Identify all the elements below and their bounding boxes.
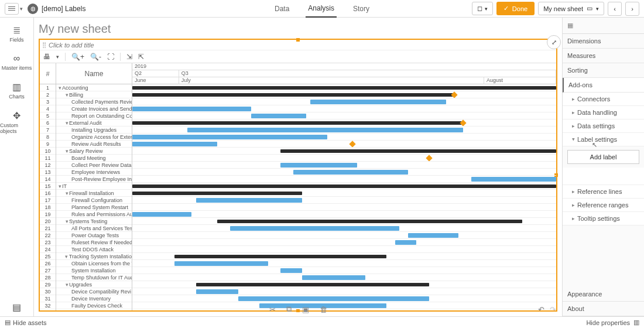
timeline-row[interactable] [132,112,556,119]
undo-button[interactable]: ↶ [538,305,544,314]
task-bar[interactable] [174,261,268,266]
task-bar[interactable] [310,100,446,104]
row-name[interactable]: Device Compatibility Revi [56,288,132,295]
row-name[interactable]: Board Meeting [56,155,132,162]
next-sheet-button[interactable]: › [625,2,639,16]
sheet-selector[interactable]: My new sheet▭▾ [538,2,604,15]
expand-button[interactable]: ⤢ [547,35,561,49]
task-bar[interactable] [132,142,217,146]
resize-handle-top[interactable] [296,38,300,42]
timeline-row[interactable] [132,274,556,281]
task-bar[interactable] [280,268,302,273]
expand-caret-icon[interactable]: ▾ [64,148,69,154]
summary-bar[interactable] [132,121,463,125]
tab-analysis[interactable]: Analysis [306,0,337,18]
timeline-row[interactable] [132,141,556,148]
task-bar[interactable] [132,212,191,217]
summary-bar[interactable] [132,192,302,195]
timeline-row[interactable] [132,232,556,239]
section-appearance[interactable]: Appearance [563,287,644,302]
asset-charts[interactable]: ▥Charts [0,79,33,102]
timeline-row[interactable] [132,127,556,134]
fit-button[interactable]: ⛶ [107,53,114,61]
row-name[interactable]: ▾IT [56,183,132,190]
row-name[interactable]: System Installation [56,267,132,274]
zoom-in-button[interactable]: 🔍+ [71,53,84,61]
summary-bar[interactable] [132,86,556,90]
task-bar[interactable] [408,233,459,238]
print-caret[interactable]: ▾ [56,54,59,60]
task-bar[interactable] [293,170,407,175]
hide-properties-icon[interactable]: ▥ [633,319,639,326]
row-name[interactable]: Collect Peer Review Data [56,162,132,169]
zoom-out-button[interactable]: 🔍- [90,53,101,61]
row-name[interactable]: Ruleset Review If Needed [56,239,132,246]
task-bar[interactable] [251,114,306,118]
redo-button[interactable]: ↷ [550,305,556,314]
sub-data-handling[interactable]: ▸Data handling [563,106,644,119]
timeline-row[interactable] [132,260,556,267]
row-name[interactable]: ▾Systems Testing [56,218,132,225]
copy-button[interactable]: ⧉ [286,305,292,314]
paste-button[interactable]: ▣ [302,305,309,314]
asset-custom-objects[interactable]: ✥Custom objects [0,108,33,136]
row-name[interactable]: Organize Access for Extern [56,134,132,141]
timeline-row[interactable] [132,246,556,253]
timeline-row[interactable] [132,295,556,302]
section-dimensions[interactable]: Dimensions [563,34,644,49]
print-button[interactable]: 🖶 [43,53,50,61]
row-name[interactable]: Create Invoices and Send t [56,105,132,112]
expand-caret-icon[interactable]: ▾ [64,218,69,224]
row-name[interactable]: Collected Payments Revie [56,98,132,105]
timeline-row[interactable] [132,218,556,225]
expand-caret-icon[interactable]: ▾ [64,190,69,196]
section-addons[interactable]: Add-ons [563,78,644,93]
timeline-row[interactable] [132,148,556,155]
row-name[interactable]: Test DDOS Attack [56,246,132,253]
asset-master-items[interactable]: ∞Master items [0,51,33,73]
asset-collapse[interactable]: ▤ [0,299,33,316]
row-name[interactable]: Employee Interviews [56,169,132,176]
timeline-row[interactable] [132,84,556,91]
timeline-row[interactable] [132,204,556,211]
task-bar[interactable] [395,240,416,245]
row-name[interactable]: Firewall Configuration [56,197,132,204]
expand-caret-icon[interactable]: ▾ [57,183,62,189]
row-name[interactable]: ▾Accounting [56,84,132,91]
hide-properties-button[interactable]: Hide properties [586,319,630,326]
add-label-button[interactable]: Add label [567,150,639,164]
task-bar[interactable] [132,135,327,139]
sub-tooltip-settings[interactable]: ▸Tooltip settings [563,212,644,226]
task-bar[interactable] [187,128,463,132]
collapse-all-button[interactable]: ⇱ [138,53,144,61]
row-name[interactable]: Temp Shutdown for IT Aud [56,274,132,281]
row-name[interactable]: ▾Upgrades [56,281,132,288]
timeline-row[interactable] [132,225,556,232]
timeline-row[interactable] [132,119,556,127]
timeline-row[interactable] [132,211,556,218]
timeline-row[interactable] [132,98,556,105]
tab-story[interactable]: Story [351,0,372,18]
timeline-row[interactable] [132,169,556,176]
hide-assets-button[interactable]: Hide assets [13,319,46,326]
sheet-title[interactable]: My new sheet [39,22,557,36]
section-about[interactable]: About [563,302,644,316]
timeline-row[interactable] [132,190,556,197]
task-bar[interactable] [230,226,400,231]
row-name[interactable]: ▾Tracking System Installatio [56,253,132,260]
row-name[interactable]: Device Inventory [56,295,132,302]
task-bar[interactable] [302,275,366,280]
expand-caret-icon[interactable]: ▾ [64,282,69,288]
row-name[interactable]: ▾External Audit [56,119,132,127]
timeline-row[interactable] [132,281,556,288]
row-name[interactable]: Planned System Restart [56,204,132,211]
timeline-row[interactable] [132,267,556,274]
timeline-row[interactable] [132,155,556,162]
sub-reference-lines[interactable]: ▸Reference lines [563,185,644,199]
milestone-diamond[interactable] [426,155,432,161]
task-bar[interactable] [132,107,251,111]
sub-label-settings[interactable]: ▸Label settings↖ [563,133,644,146]
delete-button[interactable]: 🗑 [320,305,327,314]
row-name[interactable]: Rules and Permissions Au [56,211,132,218]
sub-reference-ranges[interactable]: ▸Reference ranges [563,199,644,212]
